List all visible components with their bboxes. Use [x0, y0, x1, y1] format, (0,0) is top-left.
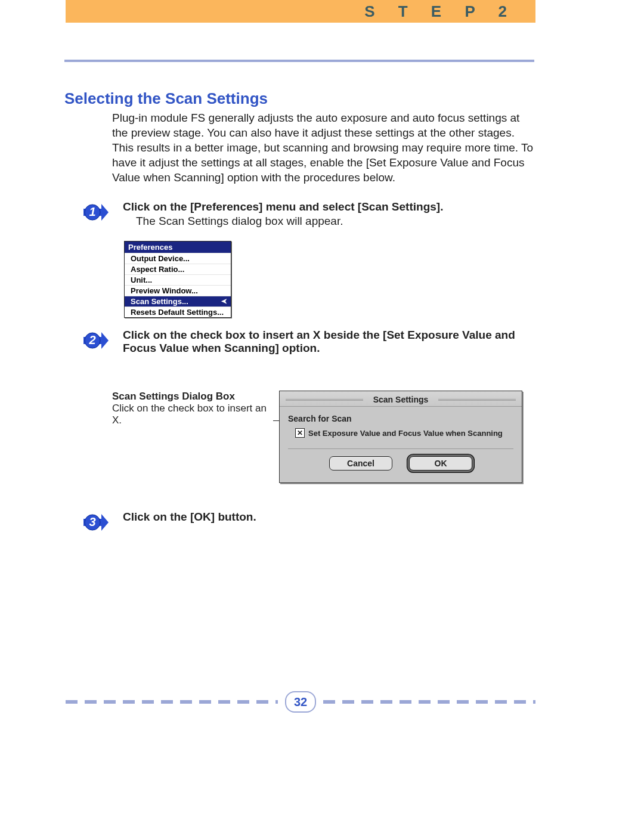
- step-3-title: Click on the [OK] button.: [123, 510, 534, 524]
- cursor-icon: ➤: [221, 297, 227, 305]
- step-number-3: 3: [89, 515, 95, 528]
- step-number-1: 1: [89, 205, 95, 218]
- menu-item-output-device[interactable]: Output Device...: [125, 253, 231, 264]
- dialog-callout-title: Scan Settings Dialog Box: [112, 391, 273, 403]
- preferences-menu-title: Preferences: [125, 242, 231, 253]
- dialog-title: Scan Settings: [280, 391, 522, 407]
- checkbox-icon[interactable]: ✕: [295, 428, 305, 438]
- menu-item-resets-defaults[interactable]: Resets Default Settings...: [125, 307, 231, 317]
- step-1: 1 Click on the [Preferences] menu and se…: [64, 200, 534, 228]
- step-1-title: Click on the [Preferences] menu and sele…: [123, 200, 534, 213]
- footer-dashes-left: [66, 700, 278, 704]
- page: S T E P 2 Selecting the Scan Settings Pl…: [0, 0, 644, 814]
- page-number: 32: [285, 691, 316, 713]
- menu-item-label: Scan Settings...: [131, 297, 188, 306]
- step-bullet-2: 2: [83, 329, 109, 352]
- menu-item-aspect-ratio[interactable]: Aspect Ratio...: [125, 264, 231, 274]
- checkbox-row[interactable]: ✕ Set Exposure Value and Focus Value whe…: [295, 428, 513, 438]
- checkbox-label: Set Exposure Value and Focus Value when …: [308, 429, 503, 438]
- step-bullet-1: 1: [83, 200, 109, 224]
- cancel-button[interactable]: Cancel: [329, 456, 392, 471]
- preferences-menu: Preferences Output Device... Aspect Rati…: [124, 241, 231, 318]
- header-band: S T E P 2: [66, 0, 535, 23]
- intro-paragraph: Plug-in module FS generally adjusts the …: [112, 110, 534, 185]
- dialog-callout-desc: Click on the check box to insert an X.: [112, 403, 273, 426]
- step-bullet-3: 3: [83, 510, 109, 534]
- footer-dashes-right: [323, 700, 535, 704]
- menu-item-preview-window[interactable]: Preview Window...: [125, 285, 231, 296]
- menu-item-scan-settings[interactable]: Scan Settings... ➤: [125, 296, 231, 307]
- step-2-title: Click on the check box to insert an X be…: [123, 329, 528, 355]
- step-number-2: 2: [88, 333, 95, 346]
- dialog-callout: Scan Settings Dialog Box Click on the ch…: [112, 391, 273, 426]
- ok-button[interactable]: OK: [409, 456, 472, 471]
- page-title: Selecting the Scan Settings: [64, 89, 534, 108]
- leader-line: [273, 420, 279, 421]
- dialog-illustration: Scan Settings Dialog Box Click on the ch…: [112, 391, 534, 483]
- menu-item-unit[interactable]: Unit...: [125, 274, 231, 285]
- dialog-section-label: Search for Scan: [288, 414, 513, 423]
- content-area: Selecting the Scan Settings Plug-in modu…: [64, 89, 534, 524]
- step-1-desc: The Scan Settings dialog box will appear…: [136, 215, 534, 228]
- step-number: S T E P 2: [364, 2, 516, 21]
- footer: 32: [66, 691, 535, 713]
- step-2: 2 Click on the check box to insert an X …: [64, 329, 534, 355]
- horizontal-rule: [64, 60, 534, 62]
- scan-settings-dialog: Scan Settings Search for Scan ✕ Set Expo…: [279, 391, 522, 483]
- step-3: 3 Click on the [OK] button.: [64, 510, 534, 524]
